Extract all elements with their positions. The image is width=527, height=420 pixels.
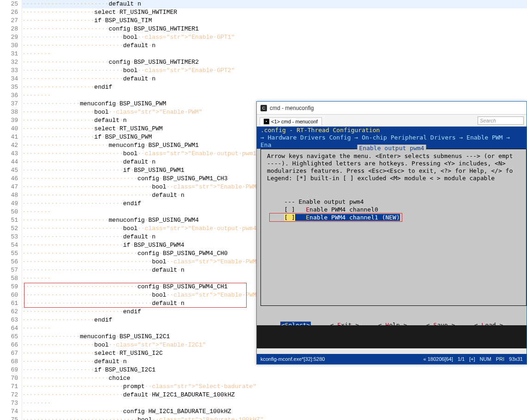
- search-input[interactable]: Search: [478, 116, 524, 125]
- status-left: kconfig-mconf.exe*[32]:5280: [260, 356, 325, 362]
- terminal-body[interactable]: .config - RT-Thread Configuration → Hard…: [257, 127, 527, 334]
- menu-item[interactable]: --- Enable output pwm4: [270, 198, 527, 206]
- menuconfig-panel: Enable output pwm4 Arrow keys navigate t…: [257, 149, 527, 334]
- terminal-gap: [257, 325, 527, 348]
- status-bar: kconfig-mconf.exe*[32]:5280 « 180206[64]…: [257, 354, 527, 364]
- config-title-bar: .config - RT-Thread Configuration: [257, 127, 527, 134]
- cmd-icon: C: [260, 105, 267, 111]
- window-titlebar[interactable]: C cmd - menuconfig: [257, 102, 527, 115]
- tab-label: <1> cmd - menuconf: [271, 119, 318, 124]
- menu-list[interactable]: --- Enable output pwm4 [ ] Enable PWM4 c…: [270, 198, 527, 221]
- help-text: Arrow keys navigate the menu. <Enter> se…: [260, 150, 523, 182]
- terminal-window: C cmd - menuconfig ▪ <1> cmd - menuconf …: [256, 101, 527, 365]
- status-right: « 180206[64]1/1[+]NUMPRI93x31: [424, 356, 523, 362]
- tab-bar: ▪ <1> cmd - menuconf Search: [257, 115, 527, 127]
- menu-item[interactable]: [ ] Enable PWM4 channel0: [270, 206, 527, 213]
- window-title: cmd - menuconfig: [270, 105, 314, 111]
- tab-cmd[interactable]: ▪ <1> cmd - menuconf: [260, 117, 322, 125]
- menu-item[interactable]: [ ] Enable PWM4 channel1 (NEW): [270, 213, 527, 221]
- line-number-gutter: 2526272829303132333435363738394041424344…: [0, 0, 22, 420]
- cmd-tab-icon: ▪: [264, 119, 269, 124]
